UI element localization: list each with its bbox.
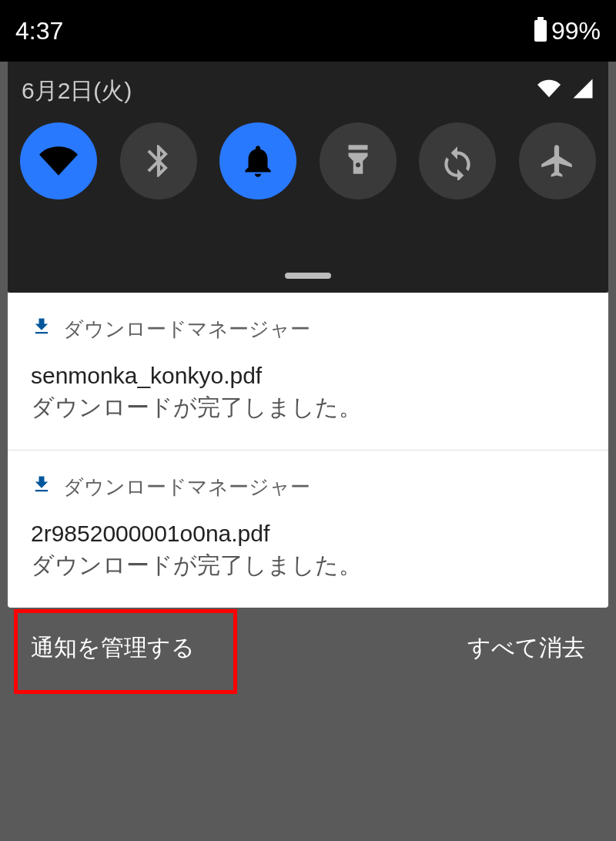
qs-tile-flashlight[interactable]: [320, 122, 397, 199]
quick-settings-header: 6月2日(火): [18, 72, 598, 122]
notification-card-group: ダウンロードマネージャー senmonka_konkyo.pdf ダウンロードが…: [8, 293, 608, 608]
clear-all-button[interactable]: すべて消去: [467, 632, 585, 664]
notification-body: ダウンロードが完了しました。: [31, 392, 585, 424]
download-icon: [31, 474, 52, 501]
notification-header: ダウンロードマネージャー: [31, 316, 585, 343]
qs-tile-wifi[interactable]: [20, 122, 97, 199]
notification-header: ダウンロードマネージャー: [31, 474, 585, 501]
cellular-status-icon: [571, 77, 594, 106]
qs-tile-airplane[interactable]: [519, 122, 596, 199]
notifications-area: ダウンロードマネージャー senmonka_konkyo.pdf ダウンロードが…: [8, 293, 608, 699]
wifi-status-icon: [537, 77, 561, 106]
status-bar: 4:37 99%: [0, 0, 616, 62]
notification-title: senmonka_konkyo.pdf: [31, 363, 585, 389]
qs-drag-handle[interactable]: [285, 273, 331, 279]
notification-app-name: ダウンロードマネージャー: [63, 474, 310, 501]
notification-body: ダウンロードが完了しました。: [31, 550, 585, 581]
battery-icon: [534, 20, 547, 42]
qs-tile-dnd[interactable]: [219, 122, 296, 199]
download-icon: [31, 316, 52, 343]
annotation-highlight: [14, 609, 237, 694]
notification-item[interactable]: ダウンロードマネージャー senmonka_konkyo.pdf ダウンロードが…: [8, 293, 608, 450]
qs-tile-rotate[interactable]: [419, 122, 496, 199]
notification-title: 2r9852000001o0na.pdf: [31, 521, 585, 547]
battery-percentage: 99%: [551, 17, 601, 45]
quick-settings-tiles: [18, 122, 598, 199]
qs-tile-bluetooth[interactable]: [120, 122, 197, 199]
status-right: 99%: [534, 17, 601, 45]
qs-date: 6月2日(火): [22, 75, 132, 107]
notification-actions: 通知を管理する すべて消去: [8, 608, 608, 699]
quick-settings-panel[interactable]: 6月2日(火): [8, 62, 608, 293]
status-time: 4:37: [15, 17, 63, 45]
notification-item[interactable]: ダウンロードマネージャー 2r9852000001o0na.pdf ダウンロード…: [8, 450, 608, 608]
notification-app-name: ダウンロードマネージャー: [63, 316, 310, 343]
